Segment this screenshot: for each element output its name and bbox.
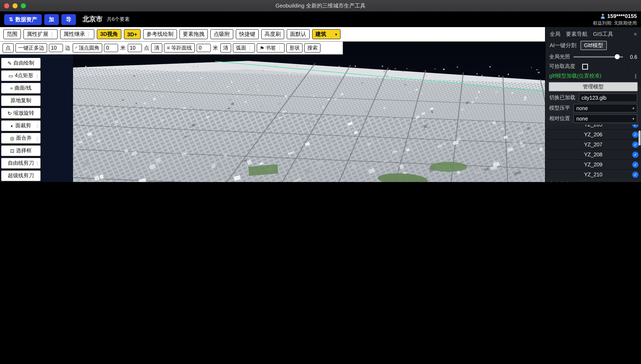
- tab-feature-nav[interactable]: 要素导航: [566, 30, 587, 38]
- node-list-item[interactable]: YZ_205✓: [545, 125, 641, 130]
- equidistant-input[interactable]: [197, 44, 211, 52]
- right-panel: 全局 要素导航 GIS工具 ≡ AI一键分割 Gltf模型 全局光照 0.6 可…: [545, 27, 641, 182]
- pickable-height-checkbox[interactable]: [582, 64, 588, 70]
- loaded-model-row: 切换已加载 city123.glb: [545, 92, 641, 103]
- clear-equidistant-button[interactable]: 清: [220, 43, 231, 52]
- panel-tabs-secondary: AI一键分割 Gltf模型: [545, 39, 641, 52]
- list-scrollbar[interactable]: [638, 130, 640, 146]
- swap-icon: ⇅: [9, 16, 13, 22]
- panel-tabs-primary: 全局 要素导航 GIS工具 ≡: [545, 27, 641, 39]
- model-node-list[interactable]: YZ_205✓ YZ_206✓ YZ_207✓ YZ_208✓ YZ_209✓ …: [545, 125, 641, 179]
- menu-dots-icon[interactable]: ⋮: [35, 74, 39, 78]
- node-name-row: 点击节点名 YZ_207: [545, 180, 641, 182]
- header-bar: ⇅ 数据资产 加 导 北京市 共6个要素 159****0155 权益到期: 无…: [0, 12, 641, 27]
- green-patch: [430, 162, 467, 172]
- add-button[interactable]: 加: [44, 14, 59, 25]
- sidebar-item-super-line-scissors[interactable]: 超级线剪刀: [1, 170, 41, 181]
- equidistant-line-button[interactable]: ≡等距面线: [164, 43, 195, 52]
- sidebar-item-copy-in-place[interactable]: 原地复制: [1, 95, 41, 106]
- menu-dots-icon[interactable]: ⋮: [35, 124, 39, 128]
- point-button[interactable]: 点: [3, 43, 14, 52]
- city-name: 北京市: [83, 15, 103, 24]
- menu-dots-icon[interactable]: ⋮: [35, 161, 39, 166]
- data-assets-button[interactable]: ⇅ 数据资产: [4, 14, 42, 25]
- global-light-slider[interactable]: [573, 56, 623, 58]
- tab-gltf-model[interactable]: Gltf模型: [581, 41, 606, 50]
- ref-line-button[interactable]: 参考线绘制: [143, 29, 177, 39]
- attr-extend-button[interactable]: 属性扩展⋮: [23, 29, 58, 39]
- polygon-sides-input[interactable]: [49, 44, 63, 52]
- height-brush-button[interactable]: 高度刷: [261, 29, 284, 39]
- shape-button[interactable]: 形状: [286, 43, 303, 52]
- check-icon[interactable]: ✓: [632, 151, 638, 158]
- menu-dots-icon[interactable]: ⋮: [277, 45, 282, 51]
- view-3d-button[interactable]: 3D视角: [97, 29, 121, 39]
- 3d-plus-button[interactable]: 3D+: [124, 29, 140, 39]
- menu-dots-icon[interactable]: ⋮: [50, 32, 54, 37]
- tab-gis-tools[interactable]: GIS工具: [593, 30, 613, 38]
- check-icon[interactable]: ✓: [632, 161, 638, 168]
- curve-icon: ≈: [10, 85, 13, 91]
- tab-ai-segment[interactable]: AI一键分割: [550, 42, 576, 49]
- round-radius-input[interactable]: [104, 44, 118, 52]
- clear-round-button[interactable]: 清: [151, 43, 162, 52]
- manage-models-button[interactable]: 管理模型: [549, 82, 638, 91]
- search-button[interactable]: 搜索: [304, 43, 321, 52]
- node-list-item[interactable]: YZ_207✓: [545, 140, 641, 150]
- sidebar-item-free-line-scissors[interactable]: 自由线剪刀⋮: [1, 158, 41, 169]
- node-list-item[interactable]: YZ_208✓: [545, 150, 641, 160]
- gltf-load-row: gltf模型加载(位置校准) ∥: [545, 71, 641, 81]
- equidistant-icon: ≡: [167, 45, 170, 51]
- point-snap-button[interactable]: 点吸附: [210, 29, 233, 39]
- face-default-button[interactable]: 面默认: [287, 29, 310, 39]
- feature-count: 共6个要素: [107, 16, 130, 23]
- menu-dots-icon[interactable]: ⋮: [86, 32, 91, 37]
- sidebar-item-select-box[interactable]: ⊡选择框: [1, 145, 41, 156]
- sidebar-item-free-draw[interactable]: ✎自由绘制: [1, 58, 41, 69]
- slider-thumb[interactable]: [614, 54, 619, 59]
- relative-position-select[interactable]: none▾: [573, 114, 637, 123]
- sidebar-item-face-merge[interactable]: ◎面合并⋮: [1, 132, 41, 144]
- node-list-item[interactable]: YZ_206✓: [545, 130, 641, 140]
- license-expiry: 权益到期: 无限期使用: [593, 20, 637, 26]
- vertex-round-button[interactable]: ◜顶点圆角: [72, 43, 102, 52]
- arc-face-button[interactable]: 弧面⋮: [233, 43, 255, 52]
- bookmark-icon: ⚑: [259, 45, 264, 51]
- bookmark-button[interactable]: ⚑书签⋮: [257, 43, 285, 52]
- global-light-row: 全局光照 0.6: [545, 52, 641, 62]
- one-key-polygon-button[interactable]: 一键正多边: [15, 43, 47, 52]
- loaded-model-select[interactable]: city123.glb: [579, 94, 637, 102]
- flatten-select[interactable]: none▾: [573, 104, 637, 112]
- round-points-input[interactable]: [128, 44, 142, 52]
- check-icon[interactable]: ✓: [632, 125, 638, 128]
- check-icon[interactable]: ✓: [632, 141, 638, 148]
- feature-drag-button[interactable]: 要素拖拽: [179, 29, 208, 39]
- tool-sidebar: ✎自由绘制 ▭4点矩形⋮ ≈曲面/线 原地复制 ↻缩放旋转 ◐面裁剪⋮ ◎面合并…: [0, 54, 73, 182]
- menu-dots-icon[interactable]: ⋮: [35, 136, 39, 140]
- person-icon: [600, 14, 605, 19]
- check-icon[interactable]: ✓: [632, 131, 638, 138]
- import-button[interactable]: 导: [61, 14, 76, 25]
- building-type-select[interactable]: 建筑▾: [312, 29, 341, 39]
- node-list-item[interactable]: YZ_210✓: [545, 170, 641, 179]
- panel-menu-icon[interactable]: ≡: [634, 31, 637, 37]
- titlebar: Geobuilding 全新的三维城市生产工具: [0, 0, 641, 12]
- sidebar-item-four-point-rect[interactable]: ▭4点矩形⋮: [1, 70, 41, 81]
- sidebar-item-curve-line[interactable]: ≈曲面/线: [1, 82, 41, 94]
- menu-dots-icon[interactable]: ⋮: [247, 45, 252, 51]
- flatten-row: 模型压平 none▾: [545, 103, 641, 114]
- sidebar-item-face-clip[interactable]: ◐面裁剪⋮: [1, 120, 41, 131]
- points-unit-label: 点: [144, 44, 149, 52]
- check-icon[interactable]: ✓: [632, 171, 638, 178]
- rounded-corner-icon: ◜: [75, 45, 77, 51]
- collapse-icon[interactable]: ∥: [634, 74, 637, 79]
- node-list-item[interactable]: YZ_209✓: [545, 160, 641, 170]
- attr-inherit-button[interactable]: 属性继承⋮: [60, 29, 94, 39]
- account-info[interactable]: 159****0155 权益到期: 无限期使用: [593, 13, 637, 26]
- tab-global[interactable]: 全局: [550, 30, 560, 38]
- shortcut-keys-button[interactable]: 快捷键: [236, 29, 259, 39]
- sidebar-item-scale-rotate[interactable]: ↻缩放旋转: [1, 108, 41, 119]
- pencil-icon: ✎: [8, 60, 12, 66]
- range-button[interactable]: 范围: [3, 29, 21, 39]
- relative-position-row: 相对位置 none▾: [545, 114, 641, 124]
